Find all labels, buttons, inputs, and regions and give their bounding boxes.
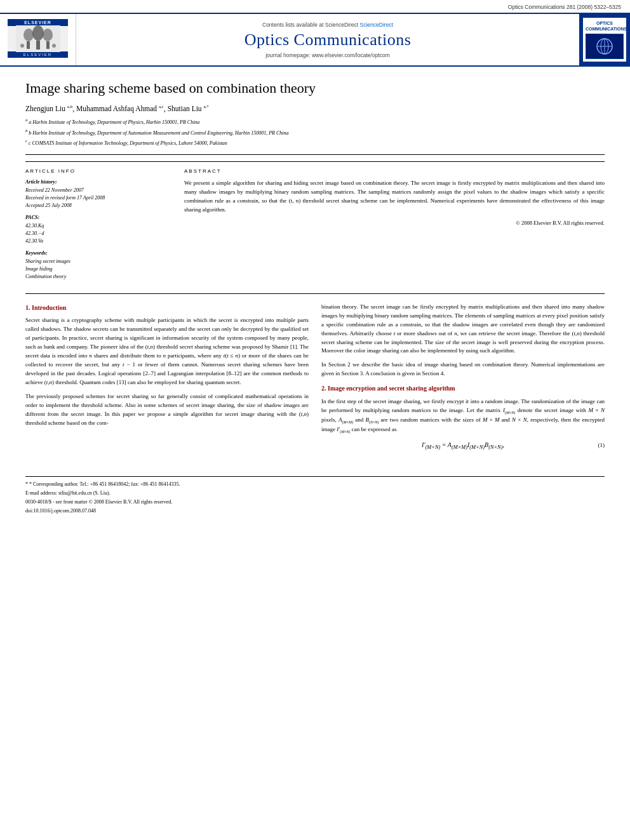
footer-issn: 0030-4018/$ - see front matter © 2008 El…: [25, 498, 605, 506]
abstract-heading: ABSTRACT: [184, 168, 605, 174]
svg-rect-4: [36, 41, 40, 50]
pacs-1: 42.30.Kq: [25, 222, 165, 230]
section1-title: 1. Introduction: [25, 303, 309, 313]
journal-homepage: journal homepage: www.elsevier.com/locat…: [265, 52, 390, 58]
accepted-date: Accepted 25 July 2008: [25, 202, 165, 210]
footer-doi: doi:10.1016/j.optcom.2008.07.048: [25, 507, 605, 515]
journal-header-center: Contents lists available at ScienceDirec…: [76, 14, 579, 65]
svg-rect-5: [27, 41, 30, 49]
body-columns: 1. Introduction Secret sharing is a cryp…: [25, 293, 605, 457]
section1-para2: The previously proposed schemes for secr…: [25, 392, 309, 428]
logo-tree-image: [8, 26, 68, 51]
affiliation-c: c c COMSATS Institute of Information Tec…: [25, 138, 605, 147]
svg-point-7: [20, 44, 24, 48]
affiliation-b: b b Harbin Institute of Technology, Depa…: [25, 128, 605, 137]
elsevier-tree-svg: [16, 25, 60, 52]
body-right-column: bination theory. The secret image can be…: [321, 303, 605, 457]
logo-bottom-bar: ELSEVIER: [8, 51, 68, 58]
svg-point-3: [43, 29, 53, 41]
svg-point-8: [52, 44, 56, 48]
formula-expression: I'(M×N) = A(M×M)I(M×N)B(N×N),: [422, 440, 504, 452]
pacs-2: 42.30.−d: [25, 230, 165, 237]
citation-bar: Optics Communications 281 (2008) 5322–53…: [0, 0, 630, 13]
section2-para1: In the first step of the secret image sh…: [321, 397, 605, 435]
keyword-3: Combination theory: [25, 273, 165, 281]
journal-thumb-inner: OPTICSCOMMUNICATIONS: [583, 18, 626, 62]
divider-top: [25, 154, 605, 155]
section1-para2-cont: bination theory. The secret image can be…: [321, 303, 605, 356]
keywords-title: Keywords:: [25, 250, 165, 256]
history-title: Article history:: [25, 179, 165, 185]
received-date: Received 22 November 2007: [25, 187, 165, 194]
thumb-title: OPTICSCOMMUNICATIONS: [586, 20, 624, 32]
pacs-3: 42.30.Va: [25, 237, 165, 245]
thumb-image: [586, 34, 624, 59]
affiliations: a a Harbin Institute of Technology, Depa…: [25, 117, 605, 147]
section2-title: 2. Image encryption and secret sharing a…: [321, 383, 605, 394]
svg-rect-6: [46, 41, 50, 49]
keyword-2: Image hiding: [25, 265, 165, 273]
info-abstract-section: ARTICLE INFO Article history: Received 2…: [25, 161, 605, 281]
affiliation-a: a a Harbin Institute of Technology, Depa…: [25, 117, 605, 126]
journal-title: Optics Communications: [245, 30, 412, 50]
formula-1-number: (1): [598, 441, 605, 450]
body-left-column: 1. Introduction Secret sharing is a cryp…: [25, 303, 309, 457]
citation-text: Optics Communications 281 (2008) 5322–53…: [508, 4, 621, 10]
elsevier-logo-container: ELSEVIER ELSEVIER: [0, 14, 76, 65]
revised-date: Received in revised form 17 April 2008: [25, 194, 165, 202]
page-footer: * * Corresponding author. Tel.: +86 451 …: [25, 476, 605, 515]
section1-para3: In Section 2 we describe the basic idea …: [321, 361, 605, 378]
article-abstract: ABSTRACT We present a simple algorithm f…: [184, 168, 605, 281]
formula-1: I'(M×N) = A(M×M)I(M×N)B(N×N), (1): [321, 440, 605, 452]
article-info: ARTICLE INFO Article history: Received 2…: [25, 168, 165, 281]
article-title: Image sharing scheme based on combinatio…: [25, 79, 605, 98]
main-content: Image sharing scheme based on combinatio…: [0, 67, 630, 529]
abstract-copyright: © 2008 Elsevier B.V. All rights reserved…: [184, 220, 605, 226]
footer-corresponding-note: * * Corresponding author. Tel.: +86 451 …: [25, 481, 605, 488]
journal-thumb: OPTICSCOMMUNICATIONS: [579, 14, 630, 65]
section1-para1: Secret sharing is a cryptography scheme …: [25, 316, 309, 387]
journal-header: ELSEVIER ELSEVIER: [0, 13, 630, 67]
article-info-heading: ARTICLE INFO: [25, 168, 165, 174]
svg-point-1: [23, 29, 34, 41]
footer-email-note: E-mail address: stliu@hit.edu.cn (S. Liu…: [25, 490, 605, 497]
abstract-text: We present a simple algorithm for sharin…: [184, 179, 605, 215]
authors: Zhengjun Liu a,b, Muhammad Ashfaq Ahmad …: [25, 104, 605, 112]
elsevier-logo: ELSEVIER ELSEVIER: [8, 19, 68, 60]
keyword-1: Sharing secret images: [25, 258, 165, 265]
thumb-svg: [586, 34, 623, 58]
pacs-title: PACS:: [25, 215, 165, 220]
svg-point-2: [32, 25, 44, 41]
sciencedirect-text: Contents lists available at ScienceDirec…: [262, 22, 393, 28]
sciencedirect-link[interactable]: ScienceDirect: [360, 22, 393, 28]
